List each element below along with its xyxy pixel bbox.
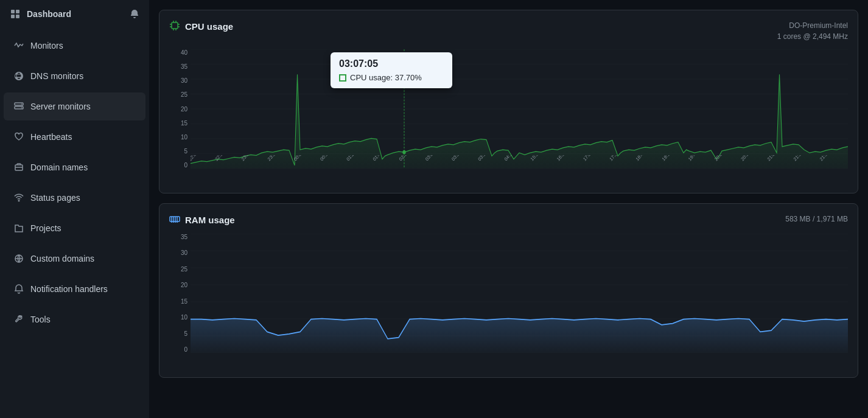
svg-rect-12: [172, 23, 178, 29]
ram-chart-header: RAM usage 583 MB / 1,971 MB: [169, 214, 848, 226]
cpu-chart-title: CPU usage: [169, 20, 233, 33]
cpu-chart-meta: DO-Premium-Intel 1 cores @ 2,494 MHz: [777, 20, 848, 42]
ram-y-axis: 35 30 25 20 15 10 5 0: [169, 234, 187, 353]
svg-point-10: [18, 200, 19, 201]
server-spec: 1 cores @ 2,494 MHz: [777, 31, 848, 42]
globe-icon: [13, 253, 24, 264]
svg-text:19:42:07: 19:42:07: [687, 155, 703, 162]
server-icon: [13, 101, 24, 112]
dashboard-button[interactable]: Dashboard: [4, 0, 124, 28]
custom-domains-label: Custom domains: [30, 254, 94, 263]
sidebar: Dashboard Monitors DNS monitors: [0, 0, 149, 418]
sidebar-item-custom-domains[interactable]: Custom domains: [4, 245, 145, 273]
svg-rect-3: [16, 15, 19, 18]
tooltip-label: CPU usage: 37.70%: [350, 73, 422, 82]
svg-text:21:57:07: 21:57:07: [819, 155, 835, 162]
ram-chart-meta: 583 MB / 1,971 MB: [785, 214, 848, 225]
svg-rect-0: [11, 10, 15, 13]
cpu-chart-svg: [191, 49, 848, 169]
notification-bell-button[interactable]: [124, 3, 145, 25]
tooltip-dot: [339, 74, 346, 82]
server-name: DO-Premium-Intel: [777, 20, 848, 31]
tools-label: Tools: [30, 315, 51, 324]
svg-text:21:30:07: 21:30:07: [793, 155, 808, 162]
svg-text:01:46:04: 01:46:04: [372, 155, 388, 162]
sidebar-item-dns-monitors[interactable]: DNS monitors: [4, 62, 145, 90]
heartbeat-icon: [13, 131, 24, 142]
ram-chart-panel: RAM usage 583 MB / 1,971 MB 35 30 25 20 …: [159, 203, 858, 378]
cpu-tooltip: 03:07:05 CPU usage: 37.70%: [331, 52, 452, 88]
tooltip-item: CPU usage: 37.70%: [339, 73, 444, 82]
cpu-chart-container: 40 35 30 25 20 15 10 5 0: [169, 49, 848, 183]
svg-text:23:06:04: 23:06:04: [240, 155, 256, 162]
ram-chart-title: RAM usage: [169, 214, 235, 226]
ram-usage: 583 MB / 1,971 MB: [785, 214, 848, 225]
heartbeats-label: Heartbeats: [30, 132, 72, 142]
sidebar-item-monitors[interactable]: Monitors: [4, 32, 145, 60]
svg-text:22:04:56: 22:04:56: [191, 155, 203, 162]
cpu-chart-label: CPU usage: [185, 21, 233, 32]
sidebar-item-domain-names[interactable]: Domain names: [4, 153, 145, 181]
cpu-icon: [169, 20, 180, 33]
svg-text:03:31:10: 03:31:10: [450, 155, 466, 162]
ram-chart-label: RAM usage: [185, 215, 235, 225]
svg-rect-1: [16, 10, 19, 13]
activity-icon: [13, 40, 24, 51]
svg-text:00:56:04: 00:56:04: [319, 155, 335, 162]
svg-text:03:05:05: 03:05:05: [424, 155, 440, 162]
sidebar-item-server-monitors[interactable]: Server monitors: [4, 92, 145, 120]
domain-icon: [13, 162, 24, 173]
ram-chart-svg: [191, 234, 848, 353]
svg-text:17:00:08: 17:00:08: [582, 155, 598, 162]
sidebar-item-projects[interactable]: Projects: [4, 214, 145, 242]
dns-monitors-label: DNS monitors: [30, 71, 83, 81]
cpu-chart-area: 03:07:05 CPU usage: 37.70% 22:04:56 22:3…: [191, 49, 848, 169]
svg-text:01:20:04: 01:20:04: [346, 155, 362, 162]
ram-icon: [169, 214, 180, 226]
projects-label: Projects: [30, 223, 61, 233]
svg-text:15:39:08: 15:39:08: [530, 155, 545, 162]
notification-handlers-label: Notification handlers: [30, 284, 108, 294]
svg-text:17:54:48: 17:54:48: [609, 155, 625, 162]
sidebar-item-heartbeats[interactable]: Heartbeats: [4, 123, 145, 151]
svg-point-31: [402, 150, 405, 154]
wifi-icon: [13, 192, 24, 203]
cpu-chart-panel: CPU usage DO-Premium-Intel 1 cores @ 2,4…: [159, 10, 858, 193]
svg-text:19:15:08: 19:15:08: [661, 155, 677, 162]
main-content: CPU usage DO-Premium-Intel 1 cores @ 2,4…: [149, 0, 868, 418]
sidebar-item-notification-handlers[interactable]: Notification handlers: [4, 275, 145, 303]
top-bar: Dashboard: [0, 0, 149, 28]
monitors-label: Monitors: [30, 41, 63, 51]
svg-text:18:48:08: 18:48:08: [635, 155, 651, 162]
domain-names-label: Domain names: [30, 162, 88, 172]
bell-icon: [13, 284, 24, 294]
dashboard-label: Dashboard: [27, 9, 71, 19]
sidebar-item-status-pages[interactable]: Status pages: [4, 184, 145, 212]
svg-text:03:52:51: 03:52:51: [477, 155, 493, 162]
svg-text:00:01:27: 00:01:27: [293, 155, 309, 162]
x-axis-svg: 22:04:56 22:39:04 23:06:04 23:33:00 00:0…: [191, 155, 848, 169]
svg-text:04:17:05: 04:17:05: [503, 155, 519, 162]
svg-text:21:03:07: 21:03:07: [766, 155, 782, 162]
grid-icon: [10, 9, 21, 19]
cpu-x-axis: 22:04:56 22:39:04 23:06:04 23:33:00 00:0…: [191, 155, 848, 169]
svg-text:23:33:00: 23:33:00: [267, 155, 282, 162]
svg-point-7: [21, 107, 23, 108]
cpu-chart-header: CPU usage DO-Premium-Intel 1 cores @ 2,4…: [169, 20, 848, 42]
status-pages-label: Status pages: [30, 193, 80, 203]
svg-text:16:33:08: 16:33:08: [556, 155, 572, 162]
svg-point-6: [21, 103, 23, 105]
ram-chart-container: 35 30 25 20 15 10 5 0: [169, 234, 848, 367]
server-monitors-label: Server monitors: [30, 102, 91, 111]
sidebar-item-tools[interactable]: Tools: [4, 305, 145, 333]
svg-text:22:39:04: 22:39:04: [214, 155, 230, 162]
cpu-y-axis: 40 35 30 25 20 15 10 5 0: [169, 49, 187, 169]
svg-text:20:36:07: 20:36:07: [740, 155, 756, 162]
tooltip-time: 03:07:05: [339, 58, 444, 69]
projects-icon: [13, 223, 24, 234]
dns-icon: [13, 71, 24, 82]
svg-rect-2: [11, 15, 15, 18]
svg-text:20:09:07: 20:09:07: [713, 155, 729, 162]
ram-chart-area: [191, 234, 848, 353]
svg-text:02:38:04: 02:38:04: [398, 155, 414, 162]
